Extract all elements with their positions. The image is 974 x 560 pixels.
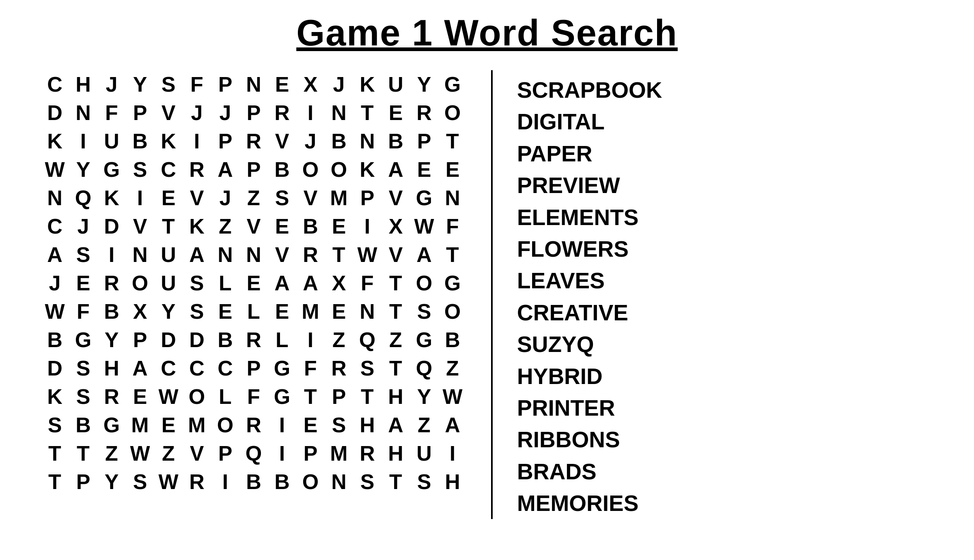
grid-cell: N xyxy=(325,468,353,496)
grid-cell: Z xyxy=(381,326,410,354)
word-list-item: PRINTER xyxy=(517,392,662,424)
grid-cell: T xyxy=(381,354,410,382)
grid-cell: B xyxy=(325,127,353,155)
grid-cell: E xyxy=(69,269,97,297)
grid-cell: T xyxy=(438,127,467,155)
grid-cell: P xyxy=(239,99,268,127)
grid-cell: X xyxy=(126,297,154,326)
grid-cell: V xyxy=(154,99,183,127)
grid-cell: Y xyxy=(410,382,438,411)
grid-row: BGYPDDBRLIZQZGB xyxy=(41,326,467,354)
grid-cell: H xyxy=(438,468,467,496)
grid-cell: T xyxy=(325,240,353,269)
grid-cell: P xyxy=(239,155,268,184)
grid-cell: Z xyxy=(438,354,467,382)
grid-cell: I xyxy=(97,240,126,269)
grid-cell: E xyxy=(126,382,154,411)
grid-cell: W xyxy=(41,155,69,184)
grid-cell: P xyxy=(325,382,353,411)
grid-cell: A xyxy=(268,269,296,297)
grid-cell: E xyxy=(268,212,296,240)
grid-cell: W xyxy=(41,297,69,326)
grid-cell: S xyxy=(353,354,381,382)
grid-cell: G xyxy=(97,411,126,439)
grid-cell: T xyxy=(154,212,183,240)
grid-cell: M xyxy=(183,411,211,439)
grid-cell: Q xyxy=(410,354,438,382)
grid-cell: Z xyxy=(325,326,353,354)
grid-cell: G xyxy=(268,354,296,382)
grid-cell: L xyxy=(211,269,239,297)
main-content: CHJYSFPNEXJKUYGDNFPVJJPRINTEROKIUBKIPRVJ… xyxy=(16,70,958,519)
grid-cell: Y xyxy=(410,70,438,99)
grid-row: TPYSWRIBBONSTSH xyxy=(41,468,467,496)
grid-cell: O xyxy=(211,411,239,439)
grid-cell: B xyxy=(239,468,268,496)
grid-cell: C xyxy=(154,354,183,382)
grid-cell: T xyxy=(41,439,69,468)
grid-cell: A xyxy=(126,354,154,382)
word-list-item: MEMORIES xyxy=(517,487,662,519)
grid-cell: B xyxy=(97,297,126,326)
grid-cell: Y xyxy=(154,297,183,326)
grid-cell: E xyxy=(325,212,353,240)
grid-cell: F xyxy=(296,354,325,382)
grid-cell: D xyxy=(41,354,69,382)
grid-cell: R xyxy=(239,411,268,439)
grid-cell: P xyxy=(69,468,97,496)
grid-cell: R xyxy=(353,439,381,468)
grid-cell: O xyxy=(438,99,467,127)
grid-cell: S xyxy=(410,297,438,326)
grid-cell: S xyxy=(325,411,353,439)
grid-cell: B xyxy=(296,212,325,240)
grid-table: CHJYSFPNEXJKUYGDNFPVJJPRINTEROKIUBKIPRVJ… xyxy=(41,70,467,496)
grid-cell: A xyxy=(183,240,211,269)
grid-cell: Z xyxy=(97,439,126,468)
grid-cell: N xyxy=(69,99,97,127)
grid-cell: N xyxy=(325,99,353,127)
grid-cell: I xyxy=(353,212,381,240)
grid-cell: S xyxy=(154,70,183,99)
grid-cell: C xyxy=(41,212,69,240)
grid-cell: P xyxy=(239,354,268,382)
grid-cell: F xyxy=(438,212,467,240)
grid-cell: E xyxy=(381,99,410,127)
grid-cell: A xyxy=(438,411,467,439)
word-list-item: BRADS xyxy=(517,456,662,487)
grid-cell: I xyxy=(438,439,467,468)
grid-cell: W xyxy=(154,382,183,411)
grid-cell: T xyxy=(296,382,325,411)
word-search-grid: CHJYSFPNEXJKUYGDNFPVJJPRINTEROKIUBKIPRVJ… xyxy=(41,70,467,496)
grid-row: SBGMEMORIESHAZA xyxy=(41,411,467,439)
grid-cell: X xyxy=(325,269,353,297)
grid-cell: B xyxy=(438,326,467,354)
grid-cell: R xyxy=(410,99,438,127)
grid-cell: Q xyxy=(69,184,97,212)
word-list-item: HYBRID xyxy=(517,360,662,392)
grid-cell: R xyxy=(239,326,268,354)
grid-cell: V xyxy=(268,127,296,155)
grid-row: CHJYSFPNEXJKUYG xyxy=(41,70,467,99)
grid-cell: S xyxy=(41,411,69,439)
grid-cell: G xyxy=(410,184,438,212)
grid-cell: Z xyxy=(239,184,268,212)
grid-cell: J xyxy=(296,127,325,155)
grid-cell: A xyxy=(381,411,410,439)
grid-cell: I xyxy=(69,127,97,155)
grid-cell: D xyxy=(183,326,211,354)
grid-cell: F xyxy=(353,269,381,297)
word-list-item: PAPER xyxy=(517,138,662,170)
grid-cell: K xyxy=(353,155,381,184)
grid-cell: T xyxy=(69,439,97,468)
grid-cell: I xyxy=(296,326,325,354)
grid-cell: N xyxy=(126,240,154,269)
grid-row: DNFPVJJPRINTERO xyxy=(41,99,467,127)
grid-cell: I xyxy=(296,99,325,127)
grid-cell: K xyxy=(41,127,69,155)
grid-cell: P xyxy=(211,127,239,155)
grid-cell: V xyxy=(381,184,410,212)
grid-cell: S xyxy=(353,468,381,496)
grid-cell: T xyxy=(438,240,467,269)
grid-cell: Z xyxy=(154,439,183,468)
grid-cell: O xyxy=(296,155,325,184)
